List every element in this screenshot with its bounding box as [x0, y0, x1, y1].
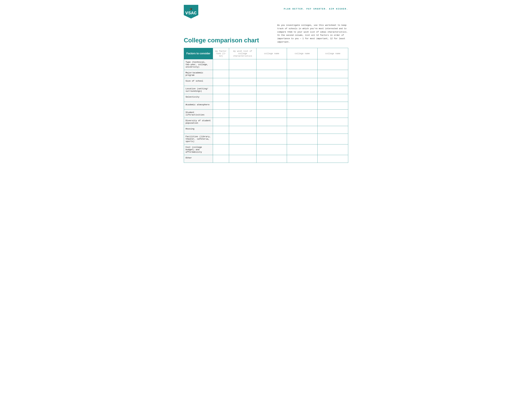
college3-cell[interactable]	[318, 70, 348, 78]
table-row: Other	[184, 155, 348, 163]
factor-cell: Diversity of student population	[184, 118, 213, 126]
factor-cell: Cost (college budget) and affordability	[184, 144, 213, 155]
header-factors: Factors to consider	[184, 48, 213, 59]
college2-cell[interactable]	[287, 109, 318, 118]
logo-container: 🎓 VSAC	[184, 5, 198, 20]
wish-cell[interactable]	[229, 78, 256, 86]
college3-cell[interactable]	[318, 118, 348, 126]
rank-cell[interactable]	[213, 86, 229, 94]
college1-cell[interactable]	[256, 144, 287, 155]
college1-cell[interactable]	[256, 102, 287, 109]
college1-cell[interactable]	[256, 134, 287, 144]
college3-cell[interactable]	[318, 155, 348, 163]
college3-cell[interactable]	[318, 59, 348, 70]
college2-cell[interactable]	[287, 118, 318, 126]
comparison-table: Factors to consider my factor rank (1–12…	[184, 48, 348, 163]
rank-cell[interactable]	[213, 70, 229, 78]
college2-cell[interactable]	[287, 59, 318, 70]
factor-cell: Facilities (library, theater, cafeteria,…	[184, 134, 213, 144]
factor-cell: Student life/activities	[184, 109, 213, 118]
factor-cell: Other	[184, 155, 213, 163]
college3-cell[interactable]	[318, 144, 348, 155]
wish-cell[interactable]	[229, 102, 256, 109]
wish-cell[interactable]	[229, 70, 256, 78]
wish-cell[interactable]	[229, 134, 256, 144]
tagline: PLAN BETTER. PAY SMARTER. AIM HIGHER.	[284, 8, 348, 10]
rank-cell[interactable]	[213, 126, 229, 134]
college2-cell[interactable]	[287, 102, 318, 109]
factor-cell: Academic atmosphere	[184, 102, 213, 109]
table-row: Academic atmosphere	[184, 102, 348, 109]
logo-badge: 🎓 VSAC	[184, 5, 198, 19]
title-area: College comparison chart	[184, 37, 259, 44]
rank-cell[interactable]	[213, 102, 229, 109]
college2-cell[interactable]	[287, 134, 318, 144]
college1-cell[interactable]	[256, 70, 287, 78]
college1-cell[interactable]	[256, 118, 287, 126]
wish-cell[interactable]	[229, 155, 256, 163]
rank-cell[interactable]	[213, 144, 229, 155]
wish-cell[interactable]	[229, 144, 256, 155]
college2-cell[interactable]	[287, 155, 318, 163]
college2-cell[interactable]	[287, 78, 318, 86]
college1-cell[interactable]	[256, 94, 287, 102]
wish-cell[interactable]	[229, 86, 256, 94]
logo-text: VSAC	[185, 11, 197, 16]
college2-cell[interactable]	[287, 144, 318, 155]
table-row: Housing	[184, 126, 348, 134]
description-text: As you investigate colleges, use this wo…	[277, 24, 348, 44]
header-section: 🎓 VSAC PLAN BETTER. PAY SMARTER. AIM HIG…	[184, 5, 348, 20]
college3-cell[interactable]	[318, 109, 348, 118]
college3-cell[interactable]	[318, 94, 348, 102]
header-college2: college name	[287, 48, 318, 59]
rank-cell[interactable]	[213, 155, 229, 163]
rank-cell[interactable]	[213, 118, 229, 126]
table-row: Selectivity	[184, 94, 348, 102]
wish-cell[interactable]	[229, 118, 256, 126]
header-college3: college name	[318, 48, 348, 59]
rank-cell[interactable]	[213, 59, 229, 70]
table-row: Size of school	[184, 78, 348, 86]
page-title: College comparison chart	[184, 37, 259, 44]
college3-cell[interactable]	[318, 126, 348, 134]
college1-cell[interactable]	[256, 86, 287, 94]
college2-cell[interactable]	[287, 94, 318, 102]
factor-cell: Location (setting/ surroundings)	[184, 86, 213, 94]
college1-cell[interactable]	[256, 109, 287, 118]
factor-cell: Size of school	[184, 78, 213, 86]
college1-cell[interactable]	[256, 59, 287, 70]
table-row: Student life/activities	[184, 109, 348, 118]
factor-cell: Selectivity	[184, 94, 213, 102]
college3-cell[interactable]	[318, 78, 348, 86]
logo-inner: 🎓 VSAC	[185, 8, 197, 16]
table-row: Location (setting/ surroundings)	[184, 86, 348, 94]
description-area: As you investigate colleges, use this wo…	[277, 24, 348, 44]
header-college1: college name	[256, 48, 287, 59]
rank-cell[interactable]	[213, 134, 229, 144]
header-tagline-container: PLAN BETTER. PAY SMARTER. AIM HIGHER.	[284, 5, 348, 10]
college2-cell[interactable]	[287, 70, 318, 78]
college3-cell[interactable]	[318, 134, 348, 144]
wish-cell[interactable]	[229, 126, 256, 134]
wish-cell[interactable]	[229, 94, 256, 102]
college1-cell[interactable]	[256, 78, 287, 86]
college2-cell[interactable]	[287, 86, 318, 94]
table-row: Type (technical, two-year, college, univ…	[184, 59, 348, 70]
college2-cell[interactable]	[287, 126, 318, 134]
factor-cell: Type (technical, two-year, college, univ…	[184, 59, 213, 70]
graduation-cap-icon: 🎓	[190, 8, 193, 11]
college3-cell[interactable]	[318, 102, 348, 109]
rank-cell[interactable]	[213, 109, 229, 118]
table-row: Cost (college budget) and affordability	[184, 144, 348, 155]
college1-cell[interactable]	[256, 155, 287, 163]
table-row: Diversity of student population	[184, 118, 348, 126]
header-wish: my wish list of college characteristics	[229, 48, 256, 59]
college3-cell[interactable]	[318, 86, 348, 94]
rank-cell[interactable]	[213, 78, 229, 86]
table-header-row: Factors to consider my factor rank (1–12…	[184, 48, 348, 59]
factor-cell: Housing	[184, 126, 213, 134]
college1-cell[interactable]	[256, 126, 287, 134]
wish-cell[interactable]	[229, 59, 256, 70]
rank-cell[interactable]	[213, 94, 229, 102]
wish-cell[interactable]	[229, 109, 256, 118]
